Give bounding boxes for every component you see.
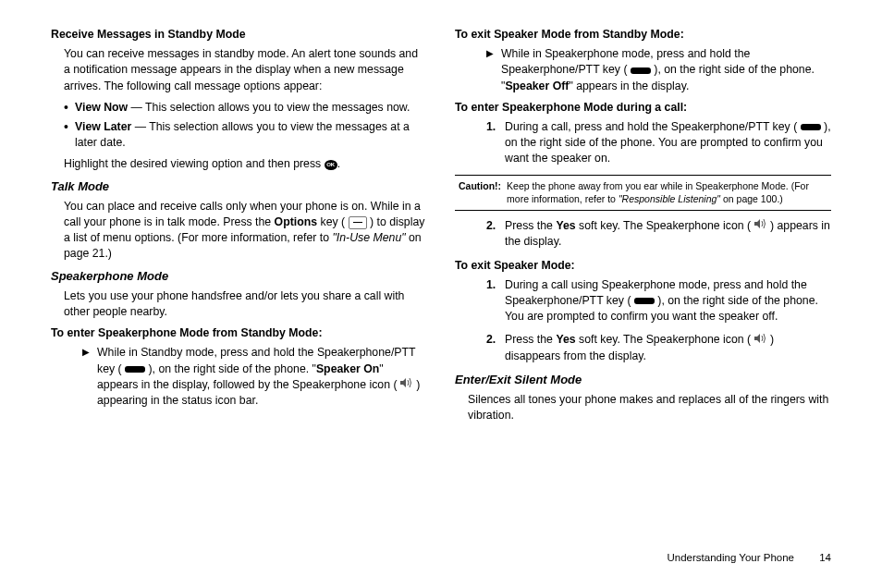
heading-speakerphone-mode: Speakerphone Mode xyxy=(51,268,427,285)
right-column: To exit Speaker Mode from Standby Mode: … xyxy=(455,23,831,541)
list-item: During a call using Speakerphone mode, p… xyxy=(486,277,831,325)
text: Press the xyxy=(505,333,556,346)
text: — This selection allows you to view the … xyxy=(128,101,410,114)
text-bold: Yes xyxy=(556,219,575,232)
list-item: View Now — This selection allows you to … xyxy=(64,100,427,116)
heading-enter-speakerphone-call: To enter Speakerphone Mode during a call… xyxy=(455,100,831,116)
bullet-list: View Now — This selection allows you to … xyxy=(64,100,427,152)
text-bold: Options xyxy=(275,215,317,228)
heading-talk-mode: Talk Mode xyxy=(51,178,427,195)
ptt-key-icon xyxy=(801,124,821,130)
action-list: While in Standby mode, press and hold th… xyxy=(82,345,427,409)
list-item: While in Standby mode, press and hold th… xyxy=(82,345,427,409)
paragraph: You can receive messages in standby mode… xyxy=(64,46,427,94)
heading-exit-speaker: To exit Speaker Mode: xyxy=(455,258,831,274)
text: During a call, press and hold the Speake… xyxy=(505,120,801,133)
page-footer: Understanding Your Phone 14 xyxy=(0,550,882,563)
text-bold: Speaker On xyxy=(316,362,379,375)
list-item: While in Speakerphone mode, press and ho… xyxy=(486,46,831,94)
list-item: View Later — This selection allows you t… xyxy=(64,119,427,151)
paragraph: You can place and receive calls only whe… xyxy=(64,199,427,263)
speaker-icon xyxy=(754,333,767,349)
heading-exit-speaker-standby: To exit Speaker Mode from Standby Mode: xyxy=(455,27,831,43)
text-bold: View Later xyxy=(75,120,131,133)
svg-marker-1 xyxy=(754,219,760,228)
text-bold: Speaker Off xyxy=(505,80,569,92)
heading-silent-mode: Enter/Exit Silent Mode xyxy=(455,372,831,388)
paragraph: Silences all tones your phone makes and … xyxy=(468,392,831,423)
soft-key-icon xyxy=(349,216,367,229)
left-column: Receive Messages in Standby Mode You can… xyxy=(51,23,427,541)
paragraph: Lets you use your phone handsfree and/or… xyxy=(64,288,427,320)
svg-marker-0 xyxy=(400,378,406,387)
text-italic: "Responsible Listening" xyxy=(619,193,720,204)
heading-enter-speakerphone-standby: To enter Speakerphone Mode from Standby … xyxy=(51,325,427,341)
speaker-icon xyxy=(754,218,767,234)
svg-marker-2 xyxy=(754,334,760,343)
text: Press the xyxy=(505,219,556,232)
text: key ( xyxy=(317,215,348,228)
list-item: During a call, press and hold the Speake… xyxy=(486,119,831,167)
page-number: 14 xyxy=(819,552,831,563)
text: ), on the right side of the phone. " xyxy=(145,362,316,375)
heading-receive-messages: Receive Messages in Standby Mode xyxy=(51,27,427,43)
speaker-icon xyxy=(400,377,413,393)
ptt-key-icon xyxy=(634,298,655,304)
text-bold: View Now xyxy=(75,101,128,114)
list-item: Press the Yes soft key. The Speakerphone… xyxy=(486,332,831,364)
text: soft key. The Speakerphone icon ( xyxy=(576,219,754,232)
text: Highlight the desired viewing option and… xyxy=(64,157,325,170)
text-italic: "In-Use Menu" xyxy=(332,231,405,244)
text: on page 100.) xyxy=(720,193,783,204)
action-list: While in Speakerphone mode, press and ho… xyxy=(486,46,831,94)
numbered-list: Press the Yes soft key. The Speakerphone… xyxy=(486,218,831,251)
page-content: Receive Messages in Standby Mode You can… xyxy=(0,0,882,550)
caution-box: Caution!: Keep the phone away from you e… xyxy=(455,175,831,211)
ok-icon: OK xyxy=(325,160,337,170)
ptt-key-icon xyxy=(631,67,651,74)
text: . xyxy=(337,157,340,170)
caution-label: Caution!: xyxy=(459,179,501,206)
text: " appears in the display. xyxy=(569,80,689,92)
list-item: Press the Yes soft key. The Speakerphone… xyxy=(486,218,831,251)
text-bold: Yes xyxy=(556,333,575,346)
numbered-list: During a call, press and hold the Speake… xyxy=(486,119,831,167)
caution-text: Keep the phone away from you ear while i… xyxy=(507,179,827,206)
ptt-key-icon xyxy=(125,366,145,373)
paragraph: Highlight the desired viewing option and… xyxy=(64,156,427,172)
text: soft key. The Speakerphone icon ( xyxy=(576,333,754,346)
footer-section: Understanding Your Phone xyxy=(668,552,794,563)
numbered-list: During a call using Speakerphone mode, p… xyxy=(486,277,831,364)
